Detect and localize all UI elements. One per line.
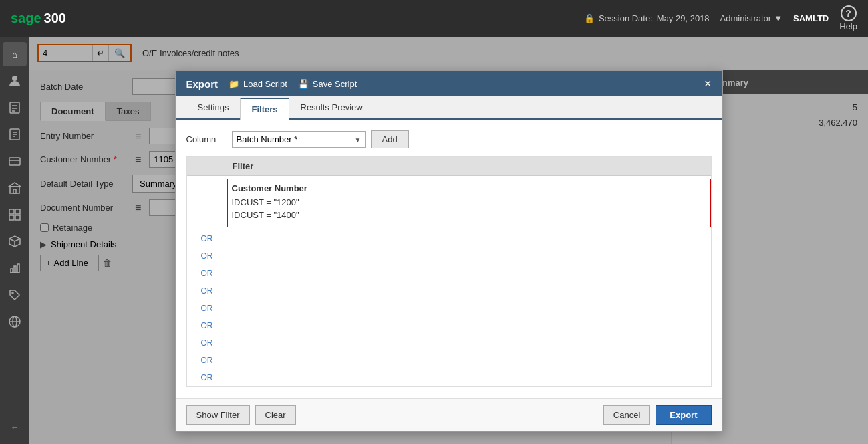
svg-rect-9 <box>9 158 20 165</box>
filter-header-filter-col: Filter <box>227 157 711 175</box>
load-script-button[interactable]: 📁 Load Script <box>229 79 287 89</box>
filter-row-item-7: OR <box>187 334 711 352</box>
admin-button[interactable]: Administrator ▼ <box>720 13 782 23</box>
filter-or-4[interactable]: OR <box>187 282 227 300</box>
sidebar-item-invoice[interactable] <box>3 122 27 146</box>
add-filter-button[interactable]: Add <box>371 130 409 148</box>
svg-rect-17 <box>15 215 20 220</box>
filter-row-item-8: OR <box>187 352 711 369</box>
modal-tab-results-preview[interactable]: Results Preview <box>289 96 374 118</box>
filter-table-area: Filter Customer Number IDCUST = "1200" I… <box>186 156 712 387</box>
modal-header-left: Export 📁 Load Script 💾 Save Script <box>186 78 357 90</box>
left-sidebar: ⌂ ← <box>0 37 29 444</box>
company-name: SAMLTD <box>793 13 829 23</box>
lock-icon: 🔒 <box>584 13 595 23</box>
sidebar-item-building[interactable] <box>3 176 27 200</box>
filter-row-item-5: OR <box>187 300 711 317</box>
svg-rect-25 <box>17 264 19 273</box>
svg-marker-12 <box>9 183 21 187</box>
filter-column-row: Column Batch Number * Customer Number Do… <box>186 130 712 148</box>
logo-300: 300 <box>44 11 66 26</box>
clear-button[interactable]: Clear <box>255 405 296 425</box>
svg-line-19 <box>9 239 15 241</box>
filter-value-cell-0[interactable]: Customer Number IDCUST = "1200" IDCUST =… <box>227 179 711 227</box>
save-script-label: Save Script <box>313 79 357 89</box>
logo-sage: sage <box>11 11 41 26</box>
column-select[interactable]: Batch Number * Customer Number Document … <box>232 131 366 148</box>
filter-or-1[interactable]: OR <box>187 230 227 247</box>
filter-or-9[interactable]: OR <box>187 369 227 386</box>
save-script-button[interactable]: 💾 Save Script <box>298 79 357 89</box>
modal-tab-filters[interactable]: Filters <box>240 98 289 120</box>
filter-rows: Customer Number IDCUST = "1200" IDCUST =… <box>187 176 711 386</box>
modal-overlay: Export 📁 Load Script 💾 Save Script × <box>29 37 868 444</box>
filter-row-item-1: OR <box>187 230 711 247</box>
modal-body: Column Batch Number * Customer Number Do… <box>176 120 722 398</box>
sidebar-item-box[interactable] <box>3 229 27 253</box>
filter-row-item-0: Customer Number IDCUST = "1200" IDCUST =… <box>187 176 711 230</box>
session-date: May 29, 2018 <box>657 13 710 23</box>
svg-rect-23 <box>11 269 13 273</box>
modal-close-button[interactable]: × <box>704 78 712 90</box>
filter-row-item-2: OR <box>187 247 711 265</box>
nav-right: 🔒 Session Date: May 29, 2018 Administrat… <box>584 5 857 31</box>
main-area: 4 ↵ 🔍 O/E Invoices/credit notes Batch Da… <box>29 37 868 444</box>
sidebar-item-tag[interactable] <box>3 283 27 307</box>
filter-row-item-4: OR <box>187 282 711 300</box>
filter-or-5[interactable]: OR <box>187 300 227 317</box>
help-circle-icon: ? <box>841 5 857 21</box>
sidebar-item-globe[interactable] <box>3 310 27 334</box>
admin-label: Administrator <box>720 13 772 23</box>
help-label: Help <box>839 21 857 31</box>
logo-area: sage 300 <box>11 11 66 26</box>
help-button[interactable]: ? Help <box>839 5 857 31</box>
svg-point-26 <box>12 292 13 294</box>
svg-rect-15 <box>15 209 20 214</box>
svg-rect-14 <box>9 209 14 214</box>
sidebar-item-chart[interactable] <box>3 256 27 280</box>
save-icon: 💾 <box>298 79 309 89</box>
export-button[interactable]: Export <box>656 405 711 425</box>
svg-rect-16 <box>9 215 14 220</box>
filter-or-8[interactable]: OR <box>187 352 227 369</box>
filter-or-3[interactable]: OR <box>187 265 227 282</box>
sidebar-item-home[interactable]: ⌂ <box>3 42 27 66</box>
filter-row-item-6: OR <box>187 317 711 334</box>
column-label: Column <box>186 134 227 144</box>
modal-title: Export <box>186 78 219 90</box>
modal-tabs: Settings Filters Results Preview <box>176 96 722 120</box>
sidebar-item-grid[interactable] <box>3 203 27 227</box>
top-navbar: sage 300 🔒 Session Date: May 29, 2018 Ad… <box>0 0 868 37</box>
svg-rect-11 <box>10 187 19 193</box>
sidebar-item-credit[interactable] <box>3 149 27 173</box>
filter-header-check-col <box>187 157 227 175</box>
svg-rect-13 <box>13 189 16 193</box>
admin-dropdown-icon: ▼ <box>774 13 782 23</box>
show-filter-button[interactable]: Show Filter <box>186 405 250 425</box>
modal-footer: Show Filter Clear Cancel Export <box>176 398 722 431</box>
session-label: Session Date: <box>599 13 653 23</box>
modal-tab-settings[interactable]: Settings <box>186 96 241 118</box>
sidebar-item-user[interactable] <box>3 69 27 93</box>
modal-header-actions: 📁 Load Script 💾 Save Script <box>229 79 357 89</box>
cancel-button[interactable]: Cancel <box>603 405 650 425</box>
filter-or-2[interactable]: OR <box>187 247 227 265</box>
filter-value-title: Customer Number <box>232 183 706 193</box>
modal-header: Export 📁 Load Script 💾 Save Script × <box>176 71 722 96</box>
sidebar-item-arrow-left[interactable]: ← <box>3 415 27 439</box>
filter-or-6[interactable]: OR <box>187 317 227 334</box>
session-info: 🔒 Session Date: May 29, 2018 <box>584 13 710 23</box>
column-select-wrapper: Batch Number * Customer Number Document … <box>232 131 366 148</box>
sidebar-item-orders[interactable] <box>3 96 27 120</box>
filter-table-header: Filter <box>187 157 711 176</box>
load-script-label: Load Script <box>243 79 287 89</box>
filter-row-item-3: OR <box>187 265 711 282</box>
filter-condition-1: IDCUST = "1400" <box>232 210 706 220</box>
filter-or-7[interactable]: OR <box>187 334 227 352</box>
filter-row-item-9: OR <box>187 369 711 386</box>
filter-or-0 <box>187 176 227 184</box>
folder-icon: 📁 <box>229 79 239 89</box>
export-modal: Export 📁 Load Script 💾 Save Script × <box>175 70 723 432</box>
svg-point-0 <box>12 76 17 81</box>
svg-rect-24 <box>14 266 16 273</box>
